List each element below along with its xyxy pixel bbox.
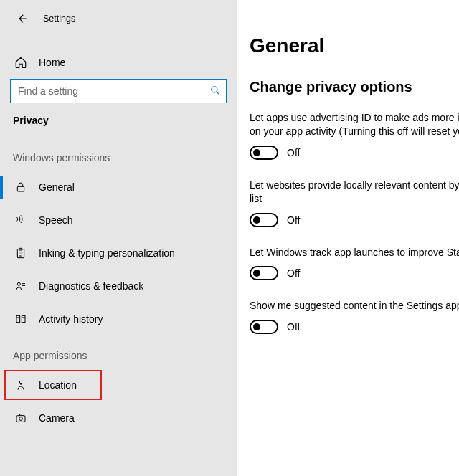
- setting-advertising-id: Let apps use advertising ID to make ads …: [250, 111, 459, 160]
- back-button[interactable]: [13, 10, 30, 27]
- toggle-track-launches[interactable]: [250, 266, 278, 280]
- sidebar-item-label: Diagnostics & feedback: [39, 280, 143, 292]
- search-box[interactable]: [10, 79, 227, 103]
- lock-icon: [13, 181, 29, 193]
- toggle-language-list[interactable]: [250, 213, 278, 227]
- svg-rect-6: [22, 315, 25, 322]
- home-label: Home: [39, 57, 65, 68]
- setting-desc: Let websites provide locally relevant co…: [250, 178, 459, 206]
- setting-desc: Show me suggested content in the Setting…: [250, 299, 459, 313]
- sidebar-item-label: Camera: [39, 412, 75, 424]
- svg-point-7: [19, 381, 22, 383]
- back-arrow-icon: [15, 12, 28, 25]
- sidebar-item-camera[interactable]: Camera: [0, 401, 237, 434]
- sidebar-item-diagnostics[interactable]: Diagnostics & feedback: [0, 270, 237, 303]
- page-title: General: [250, 34, 459, 57]
- search-icon: [210, 85, 220, 97]
- feedback-icon: [13, 280, 29, 292]
- svg-point-0: [212, 86, 217, 92]
- svg-rect-8: [16, 416, 25, 422]
- toggle-advertising-id[interactable]: [250, 146, 278, 160]
- setting-suggested-content: Show me suggested content in the Setting…: [250, 299, 459, 334]
- sidebar-top: Settings: [0, 0, 237, 33]
- setting-desc: Let apps use advertising ID to make ads …: [250, 111, 459, 138]
- setting-language-list: Let websites provide locally relevant co…: [250, 178, 459, 227]
- setting-track-launches: Let Windows track app launches to improv…: [250, 246, 459, 281]
- clipboard-icon: [13, 247, 29, 259]
- sidebar-item-label: Inking & typing personalization: [39, 247, 175, 259]
- sidebar-item-label: Speech: [39, 214, 72, 226]
- sidebar-item-general[interactable]: General: [0, 171, 237, 204]
- speech-icon: [13, 214, 29, 226]
- toggle-state-label: Off: [287, 267, 300, 279]
- svg-point-9: [19, 417, 23, 421]
- group-header-app-permissions: App permissions: [0, 335, 237, 368]
- home-icon: [13, 56, 29, 69]
- history-icon: [13, 313, 29, 325]
- setting-desc: Let Windows track app launches to improv…: [250, 246, 459, 260]
- sidebar-item-location[interactable]: Location: [0, 368, 237, 401]
- location-icon: [13, 379, 29, 391]
- sidebar-item-activity[interactable]: Activity history: [0, 303, 237, 335]
- toggle-state-label: Off: [287, 321, 300, 333]
- svg-rect-1: [17, 186, 24, 191]
- camera-icon: [13, 412, 29, 424]
- search-wrap: [10, 79, 227, 103]
- sidebar-item-label: Activity history: [39, 313, 103, 325]
- toggle-state-label: Off: [287, 147, 300, 158]
- main-content: General Change privacy options Let apps …: [237, 0, 459, 476]
- sidebar-item-label: General: [39, 181, 75, 193]
- toggle-suggested-content[interactable]: [250, 320, 278, 334]
- toggle-state-label: Off: [287, 214, 300, 226]
- page-subtitle: Change privacy options: [250, 79, 459, 95]
- active-section-label: Privacy: [0, 115, 237, 138]
- sidebar: Settings Home Privacy Windows permission…: [0, 0, 237, 476]
- svg-point-4: [17, 282, 20, 285]
- group-header-windows-permissions: Windows permissions: [0, 138, 237, 171]
- sidebar-item-home[interactable]: Home: [0, 47, 237, 79]
- search-input[interactable]: [18, 85, 210, 97]
- sidebar-item-inking[interactable]: Inking & typing personalization: [0, 237, 237, 270]
- app-title: Settings: [43, 14, 75, 24]
- sidebar-item-label: Location: [39, 379, 77, 391]
- sidebar-item-speech[interactable]: Speech: [0, 204, 237, 237]
- svg-rect-5: [16, 315, 20, 322]
